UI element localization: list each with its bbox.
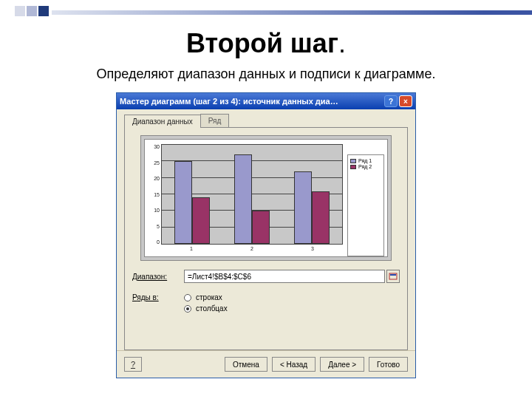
- radio-label: строках: [196, 293, 222, 301]
- bar-group: [162, 145, 222, 244]
- chart-bars: [162, 145, 342, 244]
- titlebar-text: Мастер диаграмм (шаг 2 из 4): источник д…: [120, 97, 383, 106]
- swatch-icon: [350, 159, 356, 163]
- x-tick: 3: [282, 246, 343, 255]
- bar-s1: [174, 161, 192, 244]
- bar-group: [222, 145, 282, 244]
- hint-button[interactable]: ?: [124, 357, 142, 372]
- y-tick: 20: [146, 176, 160, 181]
- bar-s2: [252, 211, 270, 244]
- y-tick: 15: [146, 192, 160, 197]
- legend-item: Ряд 1: [350, 158, 381, 163]
- y-tick: 30: [146, 144, 160, 149]
- bar-s1: [294, 171, 312, 244]
- chart-grid: [161, 144, 343, 245]
- help-icon: ?: [389, 98, 393, 106]
- bar-s2: [192, 197, 210, 244]
- x-tick: 1: [161, 246, 222, 255]
- radio-label: столбцах: [196, 304, 228, 313]
- wizard-dialog: Мастер диаграмм (шаг 2 из 4): источник д…: [116, 92, 416, 378]
- legend-item: Ряд 2: [350, 164, 381, 169]
- decor-stripe: [52, 10, 532, 15]
- tab-label: Ряд: [208, 117, 222, 125]
- swatch-icon: [350, 165, 356, 169]
- y-tick: 10: [146, 208, 160, 213]
- y-tick: 0: [146, 239, 160, 245]
- radio-rows[interactable]: строках: [184, 293, 228, 301]
- y-tick: 25: [146, 160, 160, 166]
- next-button[interactable]: Далее >: [320, 357, 364, 372]
- range-value: =Лист4!$B$4:$C$6: [188, 273, 251, 281]
- titlebar-close-button[interactable]: ×: [399, 95, 412, 107]
- y-axis: 30 25 20 15 10 5 0: [146, 144, 160, 245]
- titlebar-help-button[interactable]: ?: [384, 95, 398, 107]
- x-axis: 1 2 3: [161, 246, 343, 255]
- dialog-buttons: ? Отмена < Назад Далее > Готово: [117, 350, 415, 378]
- bar-group: [282, 145, 342, 244]
- svg-rect-1: [390, 274, 396, 276]
- tab-data-range[interactable]: Диапазон данных: [124, 115, 201, 128]
- button-label: Отмена: [233, 361, 259, 369]
- page-title: Второй шаг.: [0, 28, 532, 59]
- x-tick: 2: [222, 246, 282, 255]
- bar-s2: [312, 191, 330, 244]
- radio-cols[interactable]: столбцах: [184, 304, 228, 313]
- y-tick: 5: [146, 224, 160, 229]
- radio-icon: [184, 294, 191, 301]
- tabs-container: Диапазон данных Ряд 30 25 20 15 10 5 0: [117, 109, 415, 350]
- close-icon: ×: [403, 98, 408, 106]
- chart-preview: 30 25 20 15 10 5 0: [140, 135, 392, 261]
- tab-series[interactable]: Ряд: [200, 114, 230, 127]
- button-label: Готово: [377, 361, 400, 369]
- finish-button[interactable]: Готово: [369, 357, 408, 372]
- rows-in-row: Ряды в: строках столбцах: [132, 293, 400, 313]
- button-label: Далее >: [328, 361, 356, 369]
- bar-s1: [234, 154, 252, 244]
- tab-panel: 30 25 20 15 10 5 0: [124, 127, 408, 350]
- chart-plot: 30 25 20 15 10 5 0: [145, 140, 347, 256]
- collapse-dialog-icon: [389, 273, 398, 280]
- legend-label: Ряд 2: [358, 164, 372, 169]
- rows-in-label: Ряды в:: [132, 293, 184, 301]
- legend-label: Ряд 1: [358, 158, 372, 163]
- decor-squares: [15, 6, 49, 16]
- range-row: Диапазон: =Лист4!$B$4:$C$6: [132, 270, 400, 283]
- tabs: Диапазон данных Ряд: [124, 114, 408, 127]
- range-label: Диапазон:: [132, 273, 184, 281]
- button-label: < Назад: [280, 361, 307, 369]
- back-button[interactable]: < Назад: [272, 357, 316, 372]
- title-text: Второй шаг: [186, 28, 338, 58]
- hint-icon: ?: [131, 360, 135, 369]
- page-subtitle: Определяют диапазон данных и подписи к д…: [0, 66, 532, 82]
- radio-icon: [184, 305, 191, 313]
- range-picker-button[interactable]: [386, 270, 400, 283]
- cancel-button[interactable]: Отмена: [225, 357, 267, 372]
- titlebar[interactable]: Мастер диаграмм (шаг 2 из 4): источник д…: [117, 93, 415, 109]
- chart-legend: Ряд 1 Ряд 2: [347, 154, 384, 256]
- rows-in-radios: строках столбцах: [184, 293, 228, 313]
- slide-decor: [0, 0, 532, 24]
- tab-label: Диапазон данных: [132, 117, 193, 126]
- range-input[interactable]: =Лист4!$B$4:$C$6: [184, 270, 385, 283]
- title-dot: .: [338, 28, 346, 58]
